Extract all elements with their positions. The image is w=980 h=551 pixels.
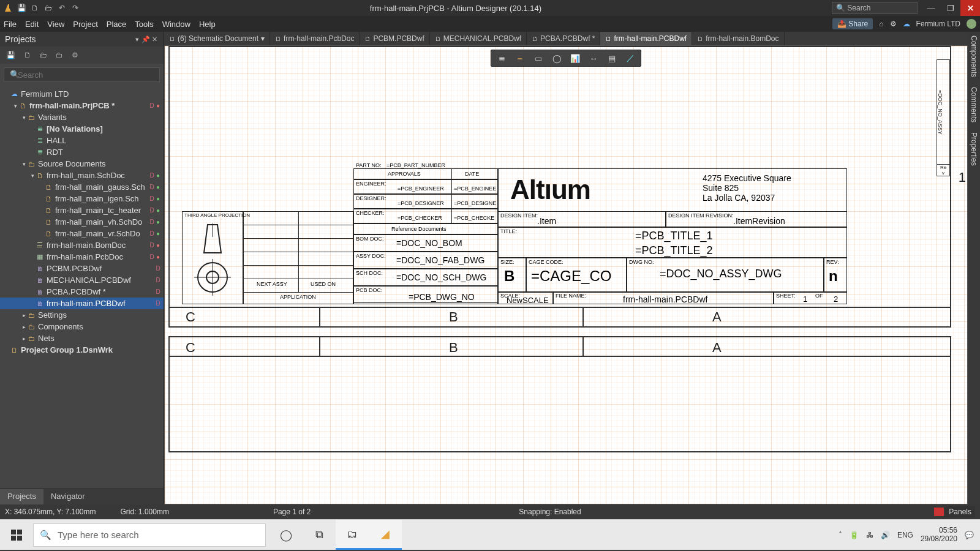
menu-place[interactable]: Place	[107, 20, 127, 29]
tree-item[interactable]: 🗎frm-hall-main.PCBDwfD	[0, 298, 164, 309]
status-coords: X: 346.075mm, Y: 7.100mm	[5, 508, 96, 516]
qa-undo-icon[interactable]: ↶	[58, 4, 66, 12]
cortana-icon[interactable]: ◯	[270, 520, 303, 550]
tree-item-label: frm-hall-main.BomDoc	[47, 241, 149, 250]
title-search[interactable]: 🔍 Search	[832, 2, 918, 14]
tree-item[interactable]: 🗎PCBM.PCBDwfD	[0, 263, 164, 274]
tree-item[interactable]: 🗋frm-hall_main_igen.SchD●	[0, 193, 164, 204]
tree-item[interactable]: ☰frm-hall-main.BomDocD●	[0, 239, 164, 251]
tray-notifications-icon[interactable]: 💬	[965, 531, 974, 539]
menu-project[interactable]: Project	[73, 20, 97, 29]
tree-item[interactable]: ▦frm-hall-main.PcbDocD●	[0, 251, 164, 263]
tree-item[interactable]: ≣[No Variations]	[0, 123, 164, 135]
menu-edit[interactable]: Edit	[25, 20, 39, 29]
doc-tab[interactable]: 🗋frm-hall-main.PCBDwf	[600, 32, 692, 45]
qa-save-icon[interactable]: 💾	[17, 4, 26, 12]
tree-item[interactable]: ▾🗀Source Documents	[0, 158, 164, 170]
home-icon[interactable]: ⌂	[879, 20, 883, 28]
window-minimize[interactable]: —	[921, 0, 941, 16]
qa-new-doc-icon[interactable]: 🗋	[31, 4, 39, 12]
doc-tab[interactable]: 🗋frm-hall-main.BomDoc	[692, 32, 784, 45]
qa-open-icon[interactable]: 🗁	[44, 4, 53, 12]
menu-help[interactable]: Help	[199, 20, 216, 29]
variant-icon: ≣	[36, 148, 44, 156]
doc-tab[interactable]: 🗋PCBM.PCBDwf	[360, 32, 429, 45]
doc-tab[interactable]: 🗋(6) Schematic Document ▾	[164, 32, 270, 45]
tree-item[interactable]: ▸🗀Components	[0, 321, 164, 332]
settings-gear-icon[interactable]: ⚙	[890, 20, 897, 28]
tree-item[interactable]: 🗋frm-hall_main_tc_heaterD●	[0, 204, 164, 216]
tree-item[interactable]: ▸🗀Nets	[0, 332, 164, 344]
tree-item[interactable]: 🗎MECHANICAL.PCBDwfD	[0, 274, 164, 286]
panel-close-icon[interactable]: ✕	[150, 36, 159, 43]
tree-item-label: frm-hall-main.PrjPCB *	[29, 101, 149, 110]
drawing-canvas[interactable]: ≣ ⎓ ▭ ◯ 📊 ↔ ▤ ／ =DOC_NO_ASSY Rev 1	[164, 45, 968, 504]
tree-caret-icon[interactable]: ▸	[21, 335, 27, 342]
user-avatar-icon[interactable]	[967, 19, 976, 29]
proj-tb-folder-icon[interactable]: 🗁	[40, 51, 47, 59]
doc-tab[interactable]: 🗋MECHANICAL.PCBDwf	[430, 32, 527, 45]
org-label[interactable]: Fermium LTD	[916, 20, 960, 28]
tree-item[interactable]: 🗋frm-hall_main_vr.SchDoD●	[0, 228, 164, 239]
projects-search-input[interactable]	[4, 67, 160, 82]
proj-tb-compile-icon[interactable]: 🗋	[24, 51, 31, 59]
start-button[interactable]	[0, 520, 33, 550]
panels-button[interactable]: Panels	[945, 506, 975, 517]
tray-lang[interactable]: ENG	[897, 531, 913, 539]
doc-tab[interactable]: 🗋frm-hall-main.PcbDoc	[270, 32, 360, 45]
tray-chevron-icon[interactable]: ˄	[839, 531, 842, 539]
menu-tools[interactable]: Tools	[135, 20, 153, 29]
qa-redo-icon[interactable]: ↷	[71, 4, 80, 12]
tree-caret-icon[interactable]: ▾	[12, 103, 18, 109]
rightdock-tab-properties[interactable]: Properties	[970, 132, 978, 166]
doc-tab[interactable]: 🗋PCBA.PCBDwf *	[527, 32, 600, 45]
share-button[interactable]: 📤 Share	[832, 18, 873, 29]
projects-tree[interactable]: ☁Fermium LTD▾🗋frm-hall-main.PrjPCB *D●▾🗀…	[0, 86, 164, 489]
tree-item[interactable]: ☁Fermium LTD	[0, 88, 164, 100]
proj-tb-save-icon[interactable]: 💾	[6, 51, 15, 59]
window-close[interactable]: ✕	[960, 0, 980, 16]
tree-item[interactable]: 🗎PCBA.PCBDwf *D	[0, 286, 164, 298]
proj-tb-refresh-icon[interactable]: 🗀	[56, 51, 63, 59]
rightdock-tab-components[interactable]: Components	[970, 36, 978, 77]
proj-tb-settings-icon[interactable]: ⚙	[72, 51, 78, 59]
taskview-icon[interactable]: ⧉	[303, 520, 336, 550]
tree-item[interactable]: ▾🗋frm-hall-main.PrjPCB *D●	[0, 100, 164, 111]
tree-item-label: frm-hall_main_vr.SchDo	[55, 229, 149, 238]
window-restore[interactable]: ❐	[941, 0, 960, 16]
tray-clock[interactable]: 05:5629/08/2020	[921, 527, 957, 544]
tray-battery-icon[interactable]: 🔋	[850, 531, 859, 539]
tree-caret-icon[interactable]: ▸	[21, 324, 27, 330]
tray-volume-icon[interactable]: 🔊	[881, 531, 890, 539]
status-letter: D	[155, 277, 161, 283]
rightdock-tab-comments[interactable]: Comments	[970, 87, 978, 122]
menu-file[interactable]: File	[4, 20, 17, 29]
file-icon: 🗋	[44, 207, 53, 214]
tree-item[interactable]: ≣RDT	[0, 146, 164, 158]
tree-item[interactable]: ▾🗋frm-hall_main.SchDocD●	[0, 170, 164, 181]
folder-icon: 🗀	[27, 160, 36, 168]
taskbar-search[interactable]: 🔍 Type here to search	[33, 523, 266, 547]
tree-caret-icon[interactable]: ▾	[21, 114, 27, 121]
tray-network-icon[interactable]: 🖧	[866, 531, 873, 539]
file-explorer-icon[interactable]: 🗂	[336, 520, 369, 550]
tree-item[interactable]: ▾🗀Variants	[0, 111, 164, 123]
tree-caret-icon[interactable]: ▾	[29, 173, 36, 179]
variant-icon: ≣	[36, 125, 44, 133]
status-letter: D	[155, 288, 161, 295]
menu-window[interactable]: Window	[162, 20, 190, 29]
panel-pin-icon[interactable]: 📌	[141, 36, 150, 43]
menu-view[interactable]: View	[47, 20, 64, 29]
tree-item[interactable]: 🗋Project Group 1.DsnWrk	[0, 344, 164, 356]
tree-item[interactable]: ▸🗀Settings	[0, 309, 164, 321]
projects-tab-navigator[interactable]: Navigator	[43, 489, 92, 504]
tree-item[interactable]: ≣HALL	[0, 135, 164, 146]
tree-item[interactable]: 🗋frm-hall_main_vh.SchDoD●	[0, 216, 164, 228]
projects-tab-projects[interactable]: Projects	[0, 489, 43, 504]
altium-taskbar-icon[interactable]: ◢	[369, 520, 402, 550]
tree-item[interactable]: 🗋frm-hall_main_gauss.SchD●	[0, 181, 164, 193]
tree-caret-icon[interactable]: ▸	[21, 312, 27, 318]
tree-item-label: MECHANICAL.PCBDwf	[47, 276, 155, 285]
tree-caret-icon[interactable]: ▾	[21, 161, 27, 167]
panel-menu-icon[interactable]: ▾	[133, 36, 141, 43]
